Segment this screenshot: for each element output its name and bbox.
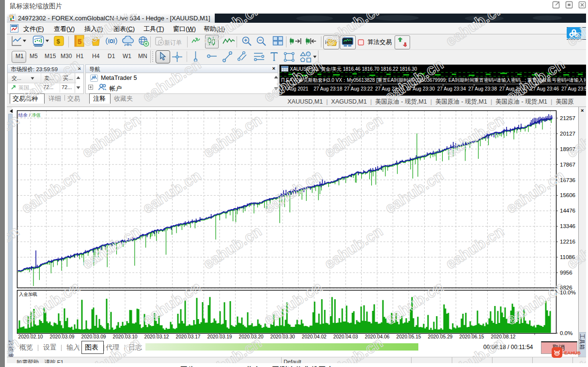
svg-text:EAHUB: EAHUB [564,350,581,355]
